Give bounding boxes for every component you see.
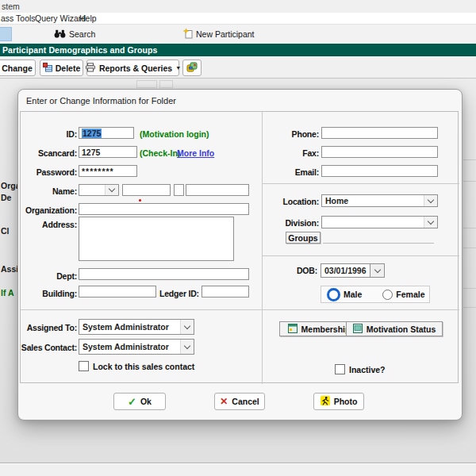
x-icon: ✕ <box>220 397 228 406</box>
ok-button[interactable]: ✓ Ok <box>113 393 166 410</box>
name-label: Name: <box>17 186 77 196</box>
male-radio[interactable] <box>327 288 340 301</box>
last-name-field[interactable] <box>186 184 249 196</box>
fax-field[interactable] <box>321 146 438 158</box>
cancel-button[interactable]: ✕ Cancel <box>214 393 265 410</box>
male-label: Male <box>344 290 362 299</box>
section-header-bar: Participant Demographics and Groups <box>0 44 476 56</box>
dialog-title: Enter or Change Information for Folder <box>26 96 176 106</box>
photo-button[interactable]: Photo <box>313 393 364 410</box>
new-participant-icon <box>183 29 193 40</box>
assigned-to-select[interactable]: System Administrator <box>79 319 194 335</box>
clipped-label: lf A <box>1 288 17 298</box>
assigned-to-label: Assigned To: <box>17 323 77 332</box>
motivation-status-icon <box>353 324 363 335</box>
dob-value: 03/01/1996 <box>324 266 367 275</box>
motivation-status-label: Motivation Status <box>367 324 436 334</box>
change-button[interactable]: Change <box>0 60 36 76</box>
first-name-field[interactable] <box>122 184 171 196</box>
change-label: Change <box>2 63 33 73</box>
more-info-link[interactable]: More Info <box>177 148 214 158</box>
motivation-status-button[interactable]: Motivation Status <box>346 321 443 336</box>
inactive-checkbox[interactable] <box>335 364 345 374</box>
location-label: Location: <box>262 197 319 206</box>
organization-label: Organization: <box>17 205 77 215</box>
menu-item-tools[interactable]: ass Tools <box>1 13 36 23</box>
dept-label: Dept: <box>17 271 77 281</box>
sales-contact-select[interactable]: System Administrator <box>79 339 194 355</box>
dept-field[interactable] <box>79 268 249 280</box>
inactive-label: Inactive? <box>349 365 386 374</box>
folder-information-dialog: Enter or Change Information for Folder I… <box>17 89 463 420</box>
delete-icon <box>43 63 52 74</box>
chevron-down-icon <box>105 185 118 195</box>
phone-field[interactable] <box>321 127 438 139</box>
toolbar-clipped-button[interactable] <box>0 27 12 41</box>
new-participant-label: New Participant <box>196 29 255 39</box>
building-field[interactable] <box>79 286 156 298</box>
groups-label: Groups <box>288 233 317 243</box>
menu-item-query-wizard[interactable]: Query Wizard <box>35 13 86 23</box>
window-title-fragment: stem <box>2 2 20 11</box>
inactive-row: Inactive? <box>335 364 386 374</box>
id-field[interactable]: 1275 <box>79 127 134 139</box>
address-field[interactable] <box>79 217 234 261</box>
sales-contact-value: System Administrator <box>83 342 169 351</box>
location-select[interactable]: Home <box>321 194 438 207</box>
search-button[interactable]: Search <box>54 28 95 40</box>
workspace-background: Orga De Cl Assi lf A Enter or Change Inf… <box>0 79 476 463</box>
groups-underline <box>323 243 434 244</box>
male-radio-row: Male <box>327 288 362 301</box>
clipped-label: Assi <box>1 264 17 274</box>
fax-label: Fax: <box>262 148 319 158</box>
new-participant-button[interactable]: New Participant <box>183 28 255 40</box>
clipped-widget-fragment <box>159 80 173 88</box>
female-radio[interactable] <box>382 290 393 300</box>
menu-item-help[interactable]: Help <box>79 13 97 23</box>
photo-label: Photo <box>334 397 358 406</box>
background-row-line <box>463 288 476 289</box>
background-row-line <box>463 181 476 182</box>
membership-label: Membership <box>301 324 351 334</box>
middle-initial-field[interactable] <box>174 184 184 196</box>
division-label: Division: <box>262 218 319 228</box>
address-label: Address: <box>17 220 77 229</box>
delete-button[interactable]: Delete <box>40 60 83 76</box>
printer-icon <box>85 63 96 74</box>
scancard-field[interactable]: 1275 <box>79 146 137 158</box>
action-toolbar: Change Delete Reports & Queries ▼ <box>0 56 476 79</box>
scancard-note: (Check-In) <box>140 148 180 158</box>
reports-queries-button[interactable]: Reports & Queries ▼ <box>86 60 179 76</box>
refresh-data-button[interactable] <box>182 60 202 76</box>
menu-bar: ass Tools Query Wizard Help <box>0 13 476 25</box>
chevron-down-icon <box>424 195 437 206</box>
name-prefix-select[interactable] <box>79 184 119 196</box>
dob-label: DOB: <box>262 266 317 275</box>
groups-button[interactable]: Groups <box>286 232 321 244</box>
check-icon: ✓ <box>128 397 136 407</box>
assigned-to-value: System Administrator <box>83 322 169 332</box>
section-header-title: Participant Demographics and Groups <box>2 45 157 55</box>
email-field[interactable] <box>321 165 438 177</box>
ledger-id-field[interactable] <box>202 286 249 298</box>
female-radio-row: Female <box>382 290 424 300</box>
search-label: Search <box>69 29 95 39</box>
reports-dropdown-arrow: ▼ <box>175 65 181 71</box>
password-field[interactable]: ******** <box>79 165 137 177</box>
id-label: ID: <box>17 129 77 139</box>
ledger-id-label: Ledger ID: <box>159 289 194 298</box>
background-row-line <box>463 248 476 248</box>
lock-sales-contact-checkbox[interactable] <box>79 361 89 371</box>
section-divider <box>21 309 459 310</box>
background-row-line <box>463 159 476 160</box>
chevron-down-icon <box>370 264 384 277</box>
background-row-line <box>463 228 476 228</box>
organization-field[interactable] <box>79 203 249 215</box>
dob-select[interactable]: 03/01/1996 <box>321 263 385 278</box>
membership-icon <box>288 324 298 335</box>
division-select[interactable] <box>321 216 438 228</box>
clipped-widget-fragment <box>136 80 157 88</box>
background-row-line <box>463 307 476 308</box>
lock-sales-contact-row: Lock to this sales contact <box>79 361 194 371</box>
refresh-data-icon <box>186 62 198 75</box>
